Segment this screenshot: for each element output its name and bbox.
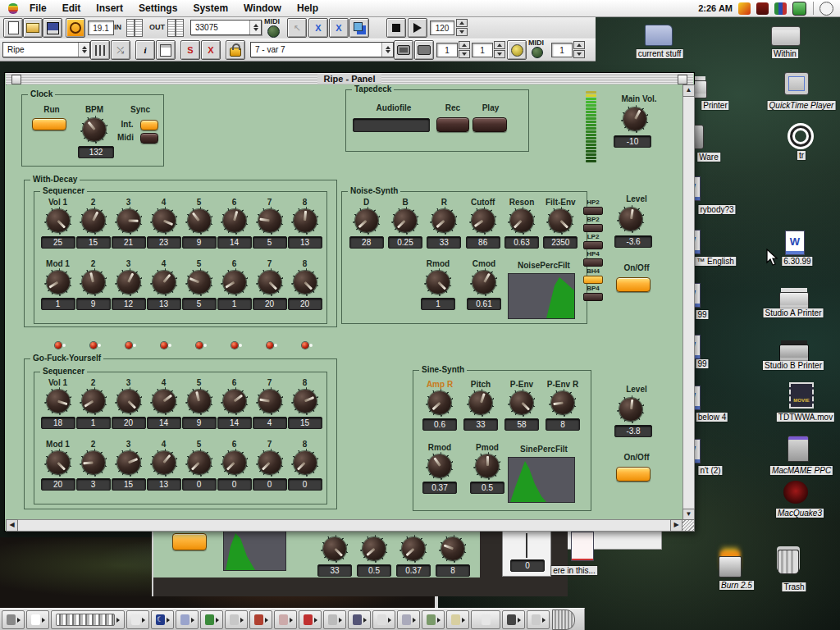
control-strip-printer[interactable] bbox=[323, 610, 346, 629]
control-strip-scsi[interactable] bbox=[249, 610, 272, 629]
knob[interactable] bbox=[47, 451, 70, 474]
desktop-icon-label[interactable]: tr bbox=[797, 151, 806, 160]
desktop-icon-label[interactable]: n't (2) bbox=[698, 466, 722, 475]
knob[interactable] bbox=[469, 391, 492, 414]
knob[interactable] bbox=[223, 271, 246, 294]
desktop-icon-label[interactable]: Studio B Printer bbox=[763, 361, 824, 370]
window-titlebar[interactable]: Ripe - Panel bbox=[6, 73, 693, 85]
info-button[interactable]: i bbox=[135, 40, 155, 60]
application-menu-icon[interactable] bbox=[819, 2, 833, 16]
filter-button-bp4[interactable] bbox=[583, 293, 603, 301]
apple-menu-icon[interactable] bbox=[8, 3, 18, 14]
new-document-button[interactable] bbox=[3, 18, 23, 38]
filter-button-lp2[interactable] bbox=[583, 241, 603, 249]
sync-int-button[interactable] bbox=[140, 120, 158, 130]
cut-a-button[interactable]: X bbox=[308, 18, 328, 38]
desktop-icon-worddoc[interactable]: W bbox=[785, 231, 805, 255]
control-strip-file-sharing[interactable] bbox=[176, 610, 199, 629]
knob[interactable] bbox=[47, 209, 70, 232]
control-strip-appearance[interactable] bbox=[299, 610, 322, 629]
vertical-scrollbar[interactable] bbox=[682, 84, 695, 521]
control-strip-sleep[interactable]: ☾ bbox=[151, 610, 174, 629]
desktop-icon-trash[interactable] bbox=[778, 550, 799, 574]
knob[interactable] bbox=[223, 451, 246, 474]
counter2-stepper[interactable] bbox=[494, 41, 505, 58]
knob[interactable] bbox=[476, 454, 499, 477]
desktop-icon-label[interactable]: TDTWWA.mov bbox=[777, 413, 834, 422]
knob[interactable] bbox=[323, 537, 346, 560]
bg-slider[interactable] bbox=[526, 533, 527, 558]
knob[interactable] bbox=[441, 537, 464, 560]
knob[interactable] bbox=[117, 451, 140, 474]
red-app-icon[interactable] bbox=[756, 2, 769, 15]
knob[interactable] bbox=[472, 271, 495, 294]
properties-button[interactable] bbox=[156, 40, 176, 60]
knob[interactable] bbox=[47, 271, 70, 294]
knob[interactable] bbox=[223, 209, 246, 232]
metronome-button[interactable] bbox=[507, 40, 527, 60]
desktop-icon-label[interactable]: Ware bbox=[697, 153, 720, 162]
rec-button[interactable] bbox=[436, 117, 469, 132]
knob[interactable] bbox=[510, 209, 533, 232]
knob[interactable] bbox=[258, 271, 281, 294]
mixer-button[interactable] bbox=[90, 40, 110, 60]
knob[interactable] bbox=[82, 209, 105, 232]
knob[interactable] bbox=[153, 390, 176, 413]
knob[interactable] bbox=[428, 454, 451, 477]
play-button[interactable] bbox=[408, 18, 427, 38]
desktop-icon-label[interactable]: QuickTime Player bbox=[768, 101, 836, 110]
knob[interactable] bbox=[294, 390, 317, 413]
pointer-tool-button[interactable]: ↖ bbox=[287, 18, 307, 38]
desktop-icon-label[interactable]: Within bbox=[772, 49, 798, 58]
filter-button-bh4[interactable] bbox=[583, 276, 603, 284]
desktop-icon-printer2[interactable] bbox=[779, 336, 809, 363]
resize-grip[interactable] bbox=[682, 519, 695, 532]
desktop-icon-monitor[interactable] bbox=[784, 72, 809, 95]
control-strip-microphone[interactable] bbox=[397, 610, 420, 629]
preset-popup[interactable]: Ripe bbox=[2, 42, 90, 57]
filter-button-hp2[interactable] bbox=[583, 207, 603, 215]
knob[interactable] bbox=[363, 537, 386, 560]
scroll-right-arrow[interactable]: ▶ bbox=[670, 519, 682, 532]
desktop-icon-label[interactable]: 6.30.99 bbox=[782, 257, 812, 266]
knob[interactable] bbox=[117, 390, 140, 413]
desktop-icon-label[interactable]: current stuff bbox=[637, 49, 683, 58]
open-button[interactable] bbox=[23, 18, 43, 38]
desktop-icon-label[interactable]: Trash bbox=[782, 582, 806, 591]
control-strip-sound-volume[interactable] bbox=[372, 610, 395, 629]
counter3-stepper[interactable] bbox=[573, 41, 585, 58]
knob[interactable] bbox=[428, 391, 451, 414]
app-switcher-icon[interactable] bbox=[774, 2, 787, 15]
knob[interactable] bbox=[82, 271, 105, 294]
desktop-icon-burn[interactable] bbox=[719, 550, 742, 578]
counter3-display[interactable]: 1 bbox=[551, 43, 573, 57]
layers-button[interactable] bbox=[349, 18, 369, 38]
knob[interactable] bbox=[402, 537, 425, 560]
counter2-display[interactable]: 1 bbox=[472, 43, 493, 57]
desktop-icon-label[interactable]: rybody?3 bbox=[698, 205, 735, 214]
desktop-icon-label[interactable]: ™ English bbox=[695, 257, 736, 266]
menu-file[interactable]: File bbox=[30, 2, 47, 14]
sync-midi-button[interactable] bbox=[140, 133, 158, 144]
control-strip-cd-player[interactable] bbox=[126, 610, 149, 629]
desktop-icon-label[interactable]: Studio A Printer bbox=[764, 308, 824, 317]
knob[interactable] bbox=[432, 209, 455, 232]
desktop-icon-label[interactable]: 99 bbox=[696, 359, 708, 368]
scroll-left-arrow[interactable]: ◀ bbox=[6, 519, 18, 532]
knob[interactable] bbox=[47, 390, 70, 413]
samplerate-popup[interactable]: 33075 bbox=[190, 20, 262, 35]
control-strip-battery[interactable] bbox=[200, 610, 223, 629]
desktop-icon-label[interactable]: ere in this... bbox=[551, 566, 597, 575]
battery-indicator-icon[interactable] bbox=[792, 2, 806, 16]
stop-button[interactable] bbox=[386, 18, 406, 38]
noise-level-knob[interactable] bbox=[619, 208, 642, 231]
knob[interactable] bbox=[117, 271, 140, 294]
desktop-icon-label[interactable]: MacMAME PPC bbox=[770, 466, 833, 475]
knob[interactable] bbox=[188, 390, 211, 413]
run-button[interactable] bbox=[32, 118, 66, 130]
control-strip-clipboard[interactable] bbox=[446, 610, 469, 629]
control-strip-document[interactable] bbox=[26, 610, 49, 629]
menu-settings[interactable]: Settings bbox=[139, 2, 177, 14]
desktop-icon-arcade[interactable] bbox=[788, 436, 809, 462]
cut-b-button[interactable]: X bbox=[329, 18, 349, 38]
